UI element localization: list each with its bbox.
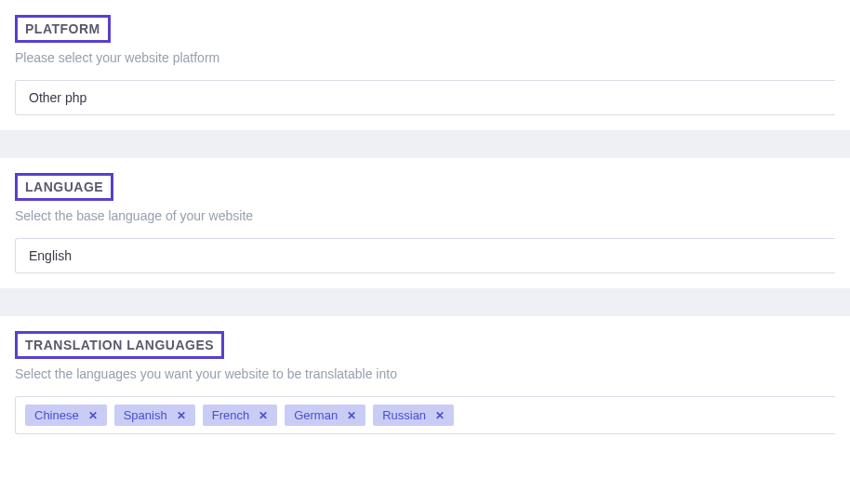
remove-tag-icon[interactable]: ✕ bbox=[435, 409, 445, 422]
language-tag[interactable]: French ✕ bbox=[203, 405, 277, 426]
translation-section: TRANSLATION LANGUAGES Select the languag… bbox=[0, 316, 850, 449]
language-tag[interactable]: German ✕ bbox=[285, 405, 365, 426]
language-subtitle: Select the base language of your website bbox=[15, 208, 835, 223]
translation-tags-input[interactable]: Chinese ✕ Spanish ✕ French ✕ German ✕ Ru… bbox=[15, 396, 835, 434]
language-tag-label: German bbox=[294, 408, 338, 422]
language-tag[interactable]: Russian ✕ bbox=[373, 405, 454, 426]
separator bbox=[0, 130, 850, 158]
remove-tag-icon[interactable]: ✕ bbox=[347, 409, 356, 422]
translation-subtitle: Select the languages you want your websi… bbox=[15, 366, 835, 381]
language-tag[interactable]: Spanish ✕ bbox=[114, 405, 195, 426]
translation-title: TRANSLATION LANGUAGES bbox=[15, 331, 224, 359]
language-title: LANGUAGE bbox=[15, 173, 113, 201]
language-tag-label: Chinese bbox=[34, 408, 79, 422]
language-tag-label: Russian bbox=[382, 408, 426, 422]
language-section: LANGUAGE Select the base language of you… bbox=[0, 158, 850, 288]
separator bbox=[0, 288, 850, 316]
platform-title: PLATFORM bbox=[15, 15, 111, 43]
remove-tag-icon[interactable]: ✕ bbox=[177, 409, 186, 422]
platform-section: PLATFORM Please select your website plat… bbox=[0, 0, 850, 130]
language-tag[interactable]: Chinese ✕ bbox=[25, 405, 107, 426]
language-select[interactable]: English bbox=[15, 238, 835, 273]
language-tag-label: French bbox=[212, 408, 249, 422]
language-tag-label: Spanish bbox=[124, 408, 167, 422]
platform-subtitle: Please select your website platform bbox=[15, 50, 835, 65]
remove-tag-icon[interactable]: ✕ bbox=[259, 409, 268, 422]
remove-tag-icon[interactable]: ✕ bbox=[88, 409, 98, 422]
platform-select[interactable]: Other php bbox=[15, 80, 835, 115]
